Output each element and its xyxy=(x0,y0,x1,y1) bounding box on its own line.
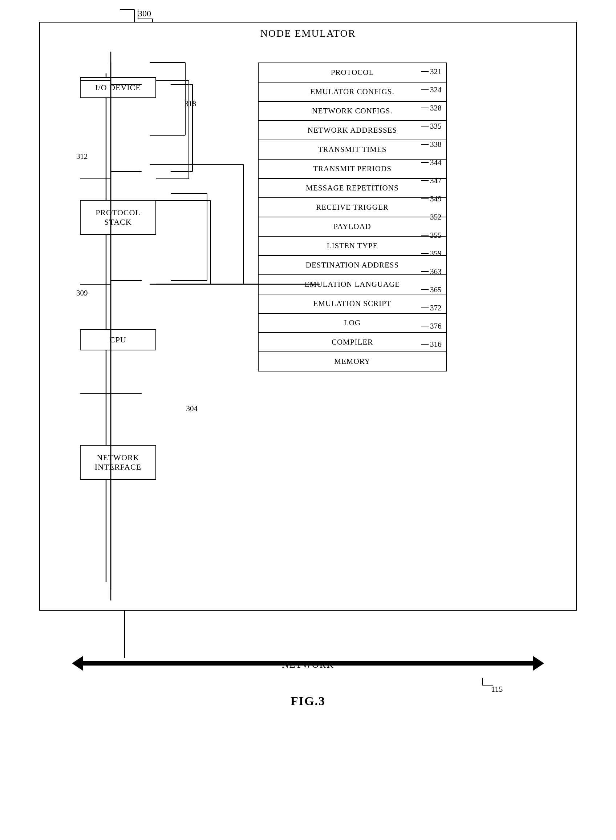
ref-355: 355 xyxy=(421,226,441,244)
row-emulator-configs: EMULATOR CONFIGS. xyxy=(259,82,446,102)
ref-328: 328 xyxy=(421,99,441,117)
row-listen-type: LISTEN TYPE xyxy=(259,237,446,256)
ref-316: 316 xyxy=(421,335,441,353)
ref-304: 304 xyxy=(186,404,198,413)
row-emulation-script: EMULATION SCRIPT xyxy=(259,294,446,314)
ref-321: 321 xyxy=(421,63,441,81)
ref-344: 344 xyxy=(421,153,441,172)
ref-365: 365 xyxy=(421,281,441,299)
row-destination-address: DESTINATION ADDRESS xyxy=(259,256,446,275)
right-column: PROTOCOL EMULATOR CONFIGS. NETWORK CONFI… xyxy=(229,63,562,480)
data-table: PROTOCOL EMULATOR CONFIGS. NETWORK CONFI… xyxy=(258,63,447,371)
ref-309: 309 xyxy=(76,288,88,298)
network-interface-wrapper: 304 NETWORKINTERFACE xyxy=(80,416,192,480)
io-device-label: I/O DEVICE xyxy=(95,83,141,92)
ref-318: 318 xyxy=(185,99,197,108)
row-memory: MEMORY xyxy=(259,352,446,371)
io-device-wrapper: I/O DEVICE 318 xyxy=(80,70,192,98)
row-transmit-times: TRANSMIT TIMES xyxy=(259,140,446,160)
cpu-wrapper: 309 CPU xyxy=(80,300,192,350)
ref-359: 359 xyxy=(421,244,441,262)
network-interface-box: NETWORKINTERFACE xyxy=(80,445,156,480)
row-receive-trigger: RECEIVE TRIGGER xyxy=(259,198,446,217)
ref-335: 335 xyxy=(421,117,441,135)
left-column: I/O DEVICE 318 312 PROTOCOLSTACK xyxy=(54,63,192,480)
ref-372: 372 xyxy=(421,299,441,317)
row-log: LOG xyxy=(259,314,446,333)
ref-numbers-column: 321 324 328 335 338 344 347 349 352 355 … xyxy=(421,63,441,353)
network-svg xyxy=(39,611,577,683)
ref-349: 349 xyxy=(421,190,441,208)
ref-347: 347 xyxy=(421,172,441,190)
io-device-box: I/O DEVICE xyxy=(80,77,156,98)
ref-363: 363 xyxy=(421,262,441,281)
protocol-stack-label: PROTOCOLSTACK xyxy=(95,208,141,227)
row-transmit-periods: TRANSMIT PERIODS xyxy=(259,160,446,179)
row-network-addresses: NETWORK ADDRESSES xyxy=(259,121,446,140)
row-network-configs: NETWORK CONFIGS. xyxy=(259,102,446,121)
svg-marker-37 xyxy=(533,656,544,671)
protocol-stack-wrapper: 312 PROTOCOLSTACK xyxy=(80,163,192,235)
ref-338: 338 xyxy=(421,135,441,153)
row-emulation-language: EMULATION LANGUAGE xyxy=(259,275,446,294)
network-section: NETWORK 115 xyxy=(39,618,577,672)
row-message-repetitions: MESSAGE REPETITIONS xyxy=(259,179,446,198)
ref-352: 352 xyxy=(421,208,441,226)
network-interface-label: NETWORKINTERFACE xyxy=(95,453,141,471)
node-emulator-box: 300 NODE EMULATOR xyxy=(39,22,577,611)
page: 300 NODE EMULATOR xyxy=(0,0,616,840)
ref-300: 300 xyxy=(138,9,151,19)
row-payload: PAYLOAD xyxy=(259,217,446,237)
protocol-stack-box: PROTOCOLSTACK xyxy=(80,200,156,235)
cpu-box: CPU xyxy=(80,329,156,350)
svg-marker-36 xyxy=(72,656,83,671)
ref-376: 376 xyxy=(421,317,441,335)
ref-115: 115 xyxy=(483,678,504,691)
cpu-label: CPU xyxy=(110,335,126,344)
row-protocol: PROTOCOL xyxy=(259,63,446,82)
network-label: NETWORK xyxy=(282,659,334,670)
node-emulator-title: NODE EMULATOR xyxy=(260,28,356,39)
ref-324: 324 xyxy=(421,81,441,99)
ref-312: 312 xyxy=(76,152,88,161)
fig-label: FIG.3 xyxy=(290,694,326,708)
row-compiler: COMPILER xyxy=(259,333,446,352)
